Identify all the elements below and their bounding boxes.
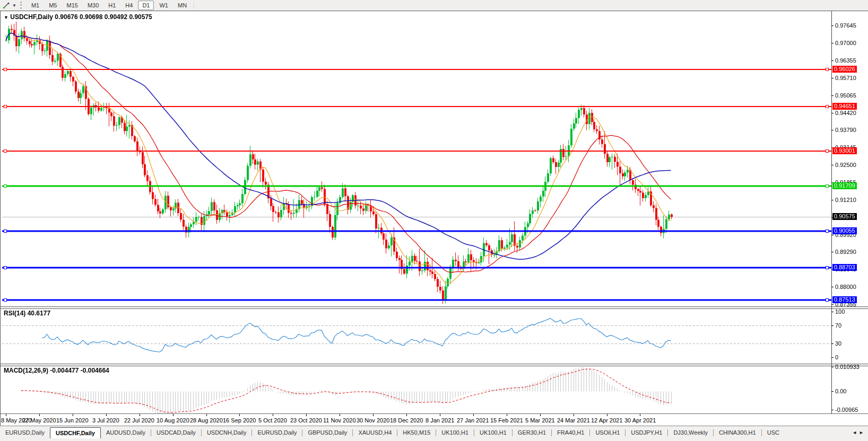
price-tick-mark [831, 95, 834, 96]
timeframe-button-m1[interactable]: M1 [27, 1, 44, 10]
tab-xauusd-h4[interactable]: XAUUSD,H4 [353, 427, 397, 438]
hline-price-label: 0.94651 [832, 103, 857, 110]
tabs-scroll-left-icon[interactable]: ◄ [852, 430, 859, 435]
date-label: 28 Aug 2020 [190, 418, 223, 424]
date-tick-mark [39, 414, 40, 416]
date-label: 12 Apr 2021 [591, 418, 622, 424]
chart-title: ▼ USDCHF,Daily 0.90676 0.90698 0.90492 0… [4, 13, 152, 21]
date-tick-mark [373, 414, 374, 416]
tab-uk100-h1[interactable]: UK100,H1 [436, 427, 474, 438]
price-chart-canvas[interactable] [2, 12, 831, 306]
date-label: 15 Jun 2020 [56, 418, 89, 424]
date-label: 11 Nov 2020 [323, 418, 356, 424]
date-tick-mark [440, 414, 440, 416]
rsi-tick-label: 100 [835, 309, 845, 315]
chart-collapse-icon[interactable]: ▼ [4, 15, 8, 20]
date-label: 23 Oct 2020 [290, 418, 322, 424]
date-label: 22 Jul 2020 [124, 418, 154, 424]
tab-usoil-h1[interactable]: USOil,H1 [590, 427, 625, 438]
price-tick-label: 0.91210 [835, 197, 856, 203]
price-tick-mark [831, 165, 834, 165]
date-tick-mark [6, 414, 6, 416]
price-tick-label: 0.96355 [835, 58, 856, 64]
panel-separator[interactable] [1, 364, 868, 366]
tab-usc[interactable]: USC [762, 427, 785, 438]
date-tick-mark [607, 414, 607, 416]
date-tick-mark [507, 414, 507, 416]
chart-tool-caret-icon[interactable]: ▼ [12, 3, 16, 8]
price-tick-label: 0.88000 [835, 284, 856, 290]
timeframe-button-h4[interactable]: H4 [121, 1, 137, 10]
date-label: 8 Jan 2021 [426, 418, 454, 424]
chart-workspace: ▼ USDCHF,Daily 0.90676 0.90698 0.90492 0… [0, 11, 868, 426]
tab-usdcad-daily[interactable]: USDCAD,Daily [151, 427, 201, 438]
chart-tool-icon[interactable] [1, 1, 12, 10]
tab-china300-h1[interactable]: CHINA300,H1 [714, 427, 761, 438]
date-label: 5 Oct 2020 [258, 418, 287, 424]
hline-price-label: 0.96026 [832, 66, 857, 73]
date-label: 5 Mar 2021 [525, 418, 555, 424]
date-label: 18 Dec 2020 [390, 418, 423, 424]
date-label: 16 Sep 2020 [223, 418, 256, 424]
date-tick-mark [340, 414, 340, 416]
panel-separator[interactable] [1, 306, 868, 309]
date-tick-mark [540, 414, 541, 416]
price-tick-mark [831, 287, 834, 287]
current-price-label: 0.90575 [832, 213, 857, 220]
timeframe-button-h1[interactable]: H1 [104, 1, 120, 10]
tab-fra40-h1[interactable]: FRA40,H1 [552, 427, 589, 438]
price-tick-label: 0.94420 [835, 110, 856, 116]
price-tick-mark [831, 235, 834, 235]
macd-tick-label: 0.00 [835, 389, 846, 394]
tab-usdcnh-daily[interactable]: USDCNH,Daily [202, 427, 252, 438]
tabs-scroll-right-icon[interactable]: ► [859, 430, 866, 435]
hline-price-label: 0.93001 [832, 147, 857, 154]
price-tick-mark [831, 43, 834, 43]
price-tick-label: 0.95065 [835, 93, 856, 99]
tab-eurusd-daily[interactable]: EURUSD,Daily [0, 427, 50, 438]
tab-dj30-weekly[interactable]: DJ30,Weekly [668, 427, 713, 438]
timeframe-button-m5[interactable]: M5 [45, 1, 61, 10]
tab-hk50-m15[interactable]: HK50,M15 [397, 427, 436, 438]
date-label: 15 Feb 2021 [490, 418, 523, 424]
date-tick-mark [640, 414, 640, 416]
date-tick-mark [106, 414, 107, 416]
price-tick-mark [831, 25, 834, 26]
timeframe-button-w1[interactable]: W1 [155, 1, 172, 10]
rsi-tick-mark [831, 312, 834, 312]
date-axis[interactable]: 8 May 202027 May 202015 Jun 20203 Jul 20… [1, 414, 831, 426]
timeframe-button-d1[interactable]: D1 [138, 1, 154, 10]
timeframe-button-m30[interactable]: M30 [83, 1, 103, 10]
macd-tick-label: 0.010933 [835, 364, 860, 370]
price-tick-label: 0.97000 [835, 40, 856, 46]
macd-label: MACD(12,26,9) -0.004477 -0.004664 [4, 367, 109, 374]
date-tick-mark [73, 414, 73, 416]
rsi-tick-label: 0 [835, 355, 838, 360]
tab-usdchf-daily[interactable]: USDCHF,Daily [50, 427, 101, 438]
rsi-tick-mark [831, 325, 834, 326]
rsi-indicator-canvas[interactable] [2, 308, 831, 364]
hline-price-label: 0.88703 [832, 264, 857, 271]
tab-audusd-daily[interactable]: AUDUSD,Daily [101, 427, 151, 438]
timeframe-button-m15[interactable]: M15 [62, 1, 82, 10]
date-tick-mark [173, 414, 173, 416]
rsi-tick-mark [831, 343, 834, 344]
macd-tick-mark [831, 367, 834, 367]
tab-ger30-h1[interactable]: GER30,H1 [513, 427, 551, 438]
macd-indicator-canvas[interactable] [2, 365, 831, 413]
price-tick-mark [831, 252, 834, 252]
date-tick-mark [206, 414, 207, 416]
timeframe-toolbar: ▼ M1M5M15M30H1H4D1W1MN [0, 0, 868, 11]
date-label: 24 Mar 2021 [557, 418, 590, 424]
tab-usdjpy-h1[interactable]: USDJPY,H1 [626, 427, 667, 438]
price-tick-label: 0.92500 [835, 162, 856, 168]
tab-eurusd-daily[interactable]: EURUSD,Daily [252, 427, 302, 438]
tab-uk100-h1[interactable]: UK100,H1 [474, 427, 512, 438]
price-tick-label: 0.97645 [835, 23, 856, 29]
price-tick-label: 0.93790 [835, 127, 856, 133]
hline-price-label: 0.91709 [832, 182, 857, 189]
timeframe-button-mn[interactable]: MN [173, 1, 191, 10]
tab-gbpusd-daily[interactable]: GBPUSD,Daily [302, 427, 352, 438]
date-tick-mark [473, 414, 474, 416]
price-tick-mark [831, 60, 834, 61]
